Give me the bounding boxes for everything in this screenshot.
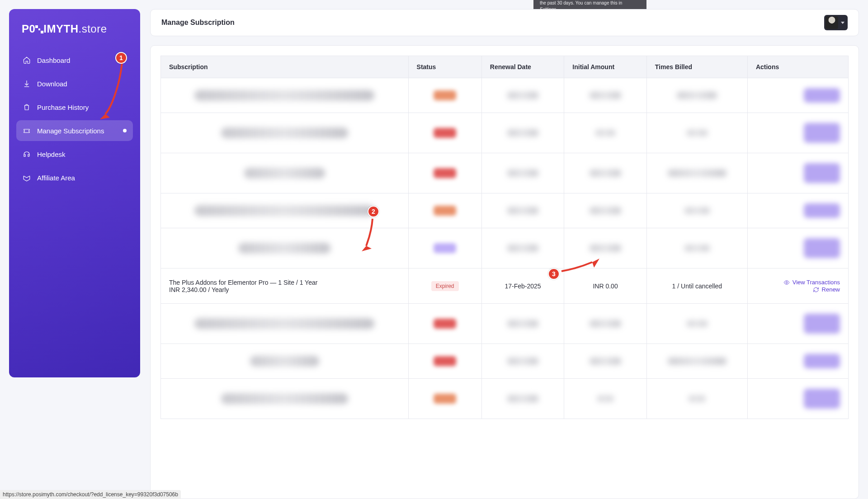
brand-part2: IMYTH: [43, 23, 78, 35]
bag-icon: [23, 103, 31, 111]
annotation-badge-3: 3: [548, 268, 560, 280]
view-transactions-label: View Transactions: [793, 279, 840, 286]
table-row-blurred: [161, 344, 849, 379]
active-dot-icon: [123, 129, 127, 132]
annotation-badge-2: 2: [368, 206, 379, 217]
table-row-blurred: [161, 304, 849, 344]
sidebar-label-helpdesk: Helpdesk: [37, 151, 66, 158]
sidebar-item-manage-subscriptions[interactable]: Manage Subscriptions: [16, 120, 133, 141]
headset-icon: [23, 150, 31, 158]
sidebar-item-download[interactable]: Download: [16, 73, 133, 94]
cell-status: Expired: [408, 268, 481, 304]
page-header: Manage Subscription: [150, 9, 859, 36]
cell-subscription: The Plus Addons for Elementor Pro — 1 Si…: [161, 268, 409, 304]
table-row-visible: The Plus Addons for Elementor Pro — 1 Si…: [161, 268, 849, 304]
table-row-blurred: [161, 379, 849, 419]
svg-point-0: [786, 282, 788, 283]
page-title: Manage Subscription: [161, 19, 235, 27]
refresh-icon: [813, 287, 819, 293]
browser-status-url: https://store.posimyth.com/checkout/?edd…: [0, 490, 181, 499]
user-menu[interactable]: [824, 15, 848, 30]
sidebar-label-manage-subscriptions: Manage Subscriptions: [37, 127, 104, 135]
table-header-row: Subscription Status Renewal Date Initial…: [161, 56, 849, 78]
renew-label: Renew: [822, 286, 840, 293]
col-renewal-date: Renewal Date: [481, 56, 564, 78]
home-icon: [23, 56, 31, 64]
col-actions: Actions: [747, 56, 848, 78]
annotation-badge-1: 1: [115, 52, 127, 64]
sidebar-label-dashboard: Dashboard: [37, 56, 70, 64]
sidebar-label-purchase-history: Purchase History: [37, 104, 89, 111]
sidebar-item-helpdesk[interactable]: Helpdesk: [16, 144, 133, 165]
col-subscription: Subscription: [161, 56, 409, 78]
subscription-price: INR 2,340.00 / Yearly: [169, 286, 400, 293]
table-row-blurred: [161, 193, 849, 228]
col-status: Status: [408, 56, 481, 78]
sidebar-label-affiliate-area: Affiliate Area: [37, 174, 75, 182]
brand-part1: P0: [22, 23, 35, 35]
table-row-blurred: [161, 153, 849, 193]
avatar: [826, 16, 838, 29]
cell-actions: View Transactions Renew: [747, 268, 848, 304]
renew-link[interactable]: Renew: [756, 286, 840, 293]
subscription-table: Subscription Status Renewal Date Initial…: [160, 56, 849, 419]
brand-logo: P0IMYTH.store: [9, 19, 140, 50]
status-badge: Expired: [431, 281, 459, 291]
cell-initial-amount: INR 0.00: [564, 268, 647, 304]
eye-icon: [783, 279, 790, 286]
col-initial-amount: Initial Amount: [564, 56, 647, 78]
subscription-table-card: Subscription Status Renewal Date Initial…: [150, 45, 859, 499]
col-times-billed: Times Billed: [646, 56, 747, 78]
brand-x-icon: [35, 25, 43, 33]
subscription-name: The Plus Addons for Elementor Pro — 1 Si…: [169, 279, 400, 286]
sidebar-label-download: Download: [37, 80, 67, 88]
table-row-blurred: [161, 78, 849, 113]
table-row-blurred: [161, 228, 849, 268]
download-icon: [23, 80, 31, 88]
cell-times-billed: 1 / Until cancelled: [646, 268, 747, 304]
sidebar-item-affiliate-area[interactable]: Affiliate Area: [16, 167, 133, 188]
view-transactions-link[interactable]: View Transactions: [756, 279, 840, 286]
sidebar-item-purchase-history[interactable]: Purchase History: [16, 97, 133, 118]
chevron-down-icon: [841, 22, 844, 24]
ticket-icon: [23, 127, 31, 135]
affiliate-icon: [23, 174, 31, 182]
table-row-blurred: [161, 113, 849, 153]
sidebar-nav: Dashboard Download Purchase History Mana…: [9, 50, 140, 188]
brand-part3: .store: [79, 23, 107, 35]
sidebar: P0IMYTH.store Dashboard Download Purchas…: [9, 9, 140, 377]
